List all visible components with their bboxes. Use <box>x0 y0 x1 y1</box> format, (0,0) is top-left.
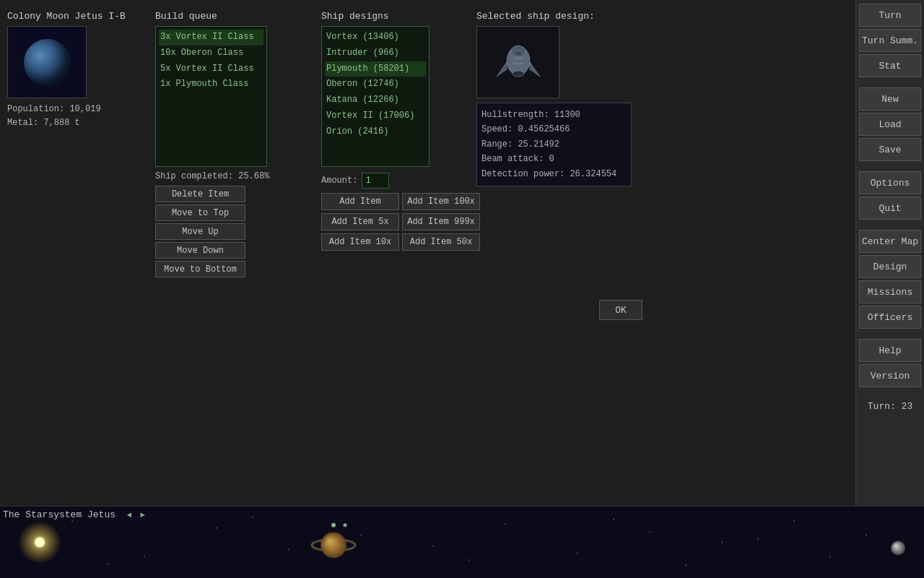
stat-button[interactable]: Stat <box>859 54 921 77</box>
stat-speed: Speed: 0.45625466 <box>481 122 627 137</box>
options-button[interactable]: Options <box>859 171 921 194</box>
officers-button[interactable]: Officers <box>859 306 921 329</box>
stat-range: Range: 25.21492 <box>481 137 627 152</box>
colony-image <box>7 26 87 98</box>
star-system-info: The Starsystem Jetus ◄ ► <box>3 509 145 520</box>
turn-summ-button[interactable]: Turn Summ. <box>859 29 921 52</box>
stat-hullstrength: Hullstrength: 11300 <box>481 108 627 122</box>
colony-panel: Colony Moon Jetus I-B Population: 10,019… <box>7 11 148 130</box>
ship-designs-title: Ship designs <box>321 11 437 22</box>
svg-marker-3 <box>530 62 540 77</box>
design-button[interactable]: Design <box>859 255 921 278</box>
save-button[interactable]: Save <box>859 138 921 161</box>
ship-stats-box: Hullstrength: 11300 Speed: 0.45625466 Ra… <box>476 103 632 186</box>
selected-design-title: Selected ship design: <box>476 11 642 22</box>
list-item[interactable]: Intruder (966) <box>325 46 426 61</box>
amount-label: Amount: <box>321 176 357 186</box>
list-item[interactable]: Katana (12266) <box>325 92 426 108</box>
add-item-50x-button[interactable]: Add Item 50x <box>402 233 480 251</box>
version-button[interactable]: Version <box>859 364 921 387</box>
planet-sphere <box>24 39 71 86</box>
sidebar: Turn Turn Summ. Stat New Load Save Optio… <box>855 0 924 506</box>
delete-item-button[interactable]: Delete Item <box>155 186 245 202</box>
list-item[interactable]: 10x Oberon Class <box>159 46 263 61</box>
move-to-top-button[interactable]: Move to Top <box>155 204 245 221</box>
svg-point-6 <box>516 52 520 56</box>
turn-button[interactable]: Turn <box>859 4 921 27</box>
build-queue-panel: Build queue 3x Vortex II Class 10x Obero… <box>155 11 289 280</box>
list-item[interactable]: Vortex (13406) <box>325 30 426 46</box>
ship-image-box <box>476 26 559 98</box>
move-up-button[interactable]: Move Up <box>155 223 245 240</box>
help-button[interactable]: Help <box>859 339 921 362</box>
star-system-label: The Starsystem Jetus <box>3 509 116 520</box>
svg-marker-2 <box>497 62 507 77</box>
nav-arrow-right[interactable]: ► <box>140 511 145 519</box>
list-item[interactable]: 3x Vortex II Class <box>159 30 263 46</box>
move-down-button[interactable]: Move Down <box>155 242 245 259</box>
quit-button[interactable]: Quit <box>859 197 921 220</box>
missions-button[interactable]: Missions <box>859 280 921 303</box>
stat-detection-power: Detection power: 26.324554 <box>481 167 627 181</box>
amount-input[interactable] <box>362 173 389 189</box>
list-item[interactable]: 1x Plymouth Class <box>159 77 263 92</box>
build-queue-list[interactable]: 3x Vortex II Class 10x Oberon Class 5x V… <box>155 26 267 167</box>
colony-metal: Metal: 7,888 t <box>7 116 148 130</box>
ship-icon <box>489 33 547 91</box>
colony-title: Colony Moon Jetus I-B <box>7 11 148 22</box>
ship-completed: Ship completed: 25.68% <box>155 171 289 181</box>
ship-designs-list[interactable]: Vortex (13406) Intruder (966) Plymouth (… <box>321 26 430 167</box>
stat-beam-attack: Beam attack: 0 <box>481 152 627 166</box>
add-item-10x-button[interactable]: Add Item 10x <box>321 233 399 251</box>
list-item[interactable]: Vortex II (17006) <box>325 108 426 124</box>
list-item[interactable]: Plymouth (58201) <box>325 61 426 77</box>
list-item[interactable]: Orion (2416) <box>325 124 426 140</box>
list-item[interactable]: Oberon (12746) <box>325 77 426 92</box>
load-button[interactable]: Load <box>859 113 921 136</box>
colony-population: Population: 10,019 <box>7 103 148 116</box>
add-item-100x-button[interactable]: Add Item 100x <box>402 193 480 210</box>
ok-button[interactable]: OK <box>599 300 642 320</box>
new-button[interactable]: New <box>859 87 921 111</box>
center-map-button[interactable]: Center Map <box>859 230 921 253</box>
colony-stats: Population: 10,019 Metal: 7,888 t <box>7 103 148 130</box>
list-item[interactable]: 5x Vortex II Class <box>159 61 263 77</box>
add-item-5x-button[interactable]: Add Item 5x <box>321 213 399 230</box>
add-buttons-grid: Add Item Add Item 100x Add Item 5x Add I… <box>321 193 480 251</box>
amount-row: Amount: <box>321 173 437 189</box>
move-to-bottom-button[interactable]: Move to Bottom <box>155 261 245 277</box>
add-item-button[interactable]: Add Item <box>321 193 399 210</box>
nav-arrow-left[interactable]: ◄ <box>127 511 132 519</box>
selected-design-panel: Selected ship design: <box>476 11 642 186</box>
build-queue-title: Build queue <box>155 11 289 22</box>
turn-counter: Turn: 23 <box>868 401 912 412</box>
svg-point-4 <box>513 71 524 77</box>
add-item-999x-button[interactable]: Add Item 999x <box>402 213 480 230</box>
ship-designs-panel: Ship designs Vortex (13406) Intruder (96… <box>321 11 437 251</box>
bottom-bar: The Starsystem Jetus ◄ ► <box>0 506 924 578</box>
